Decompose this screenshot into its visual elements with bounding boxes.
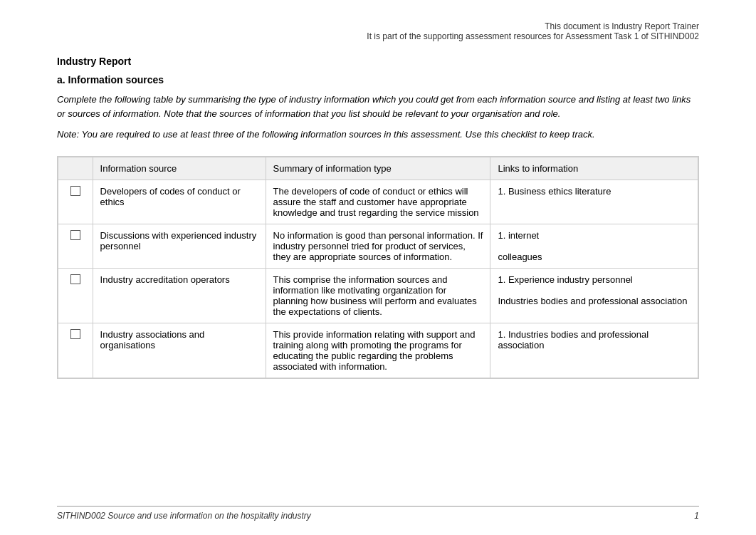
row-links: 1. Industries bodies and professional as… xyxy=(490,323,698,378)
checkbox[interactable] xyxy=(70,230,80,240)
row-summary: The developers of code of conduct or eth… xyxy=(266,180,490,224)
row-summary: No information is good than personal inf… xyxy=(266,224,490,268)
table-row: Industry associations and organisationsT… xyxy=(58,323,698,378)
row-links: 1. Business ethics literature xyxy=(490,180,698,224)
col-header-source: Information source xyxy=(93,157,266,180)
checkbox[interactable] xyxy=(70,274,80,284)
row-source: Industry associations and organisations xyxy=(93,323,266,378)
row-checkbox-cell xyxy=(58,323,93,378)
document-header: This document is Industry Report Trainer… xyxy=(57,21,699,41)
row-summary: This comprise the information sources an… xyxy=(266,268,490,323)
checkbox[interactable] xyxy=(70,186,80,196)
row-summary: This provide information relating with s… xyxy=(266,323,490,378)
header-line1: This document is Industry Report Trainer xyxy=(57,21,699,31)
row-links: 1. internetcolleagues xyxy=(490,224,698,268)
table-row: Developers of codes of conduct or ethics… xyxy=(58,180,698,224)
page-footer: SITHIND002 Source and use information on… xyxy=(57,506,699,521)
row-checkbox-cell xyxy=(58,224,93,268)
row-source: Developers of codes of conduct or ethics xyxy=(93,180,266,224)
col-header-links: Links to information xyxy=(490,157,698,180)
row-checkbox-cell xyxy=(58,180,93,224)
col-header-summary: Summary of information type xyxy=(266,157,490,180)
page: This document is Industry Report Trainer… xyxy=(0,0,756,535)
note-text: Note: You are required to use at least t… xyxy=(57,128,699,142)
footer-left: SITHIND002 Source and use information on… xyxy=(57,511,311,521)
intro-text: Complete the following table by summaris… xyxy=(57,93,699,120)
checkbox[interactable] xyxy=(70,329,80,339)
document-title: Industry Report xyxy=(57,56,699,67)
table-header-row: Information source Summary of informatio… xyxy=(58,157,698,180)
header-line2: It is part of the supporting assessment … xyxy=(57,31,699,41)
row-source: Industry accreditation operators xyxy=(93,268,266,323)
row-checkbox-cell xyxy=(58,268,93,323)
col-header-check xyxy=(58,157,93,180)
table-row: Discussions with experienced industry pe… xyxy=(58,224,698,268)
footer-right: 1 xyxy=(694,511,699,521)
row-links: 1. Experience industry personnelIndustri… xyxy=(490,268,698,323)
row-source: Discussions with experienced industry pe… xyxy=(93,224,266,268)
section-a-heading: a. Information sources xyxy=(57,74,699,85)
information-table: Information source Summary of informatio… xyxy=(57,156,699,379)
table-row: Industry accreditation operatorsThis com… xyxy=(58,268,698,323)
